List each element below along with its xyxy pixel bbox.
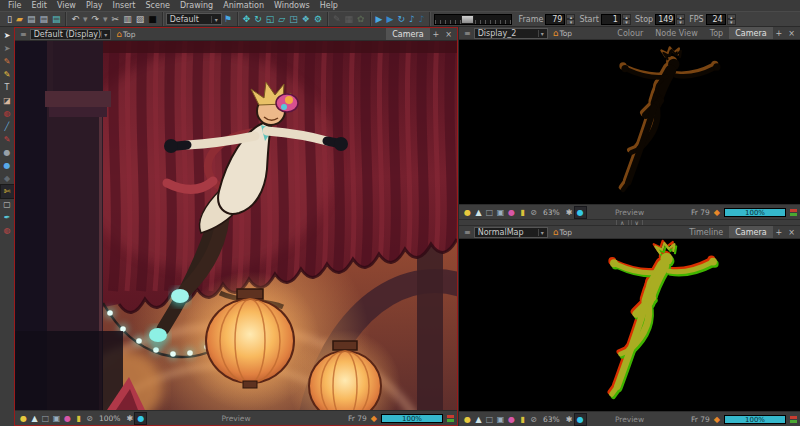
current-drawing-icon[interactable]: ▲ [473, 414, 484, 425]
home-icon[interactable]: ⌂ [553, 28, 559, 38]
camera-mask-icon[interactable]: ▣ [495, 414, 506, 425]
light-table-icon[interactable]: ● [462, 414, 473, 425]
view-menu-icon[interactable]: ≡ [17, 30, 30, 39]
field-spinner[interactable]: ▴▾ [622, 14, 631, 25]
add-view-icon[interactable]: + [773, 228, 786, 237]
onion-skin-button[interactable]: ✿ [355, 12, 367, 26]
menu-item[interactable]: Scene [141, 1, 175, 10]
settings-icon[interactable]: ✱ [564, 207, 575, 218]
settings-icon[interactable]: ✱ [124, 413, 135, 424]
field-spinner[interactable]: ▴▾ [727, 14, 736, 25]
render-preview-icon[interactable]: ● [575, 414, 586, 425]
normalmap-render-stage[interactable] [459, 239, 800, 411]
current-drawing-icon[interactable]: ▲ [473, 207, 484, 218]
eraser-tool[interactable]: ◪ [1, 94, 14, 107]
menu-item[interactable]: Windows [269, 1, 315, 10]
safe-area-icon[interactable]: ▮ [73, 413, 84, 424]
tab-camera[interactable]: Camera [386, 28, 429, 40]
menu-item[interactable]: File [3, 1, 26, 10]
grid-tool-button[interactable]: ▦ [343, 12, 356, 26]
home-icon[interactable]: ⌂ [553, 227, 559, 237]
colour-card-icon[interactable]: ● [506, 207, 517, 218]
add-view-icon[interactable]: + [773, 29, 786, 38]
field-spinner[interactable]: ▴▾ [676, 14, 685, 25]
cutter-tool[interactable]: ✄ [1, 185, 14, 198]
stroke-tool[interactable]: ✎ [1, 133, 14, 146]
zoom-level[interactable]: 63% [543, 415, 560, 424]
chevron-down-icon[interactable]: ▾ [538, 229, 544, 236]
paint-tool[interactable]: ◍ [1, 107, 14, 120]
shadow-render-stage[interactable] [459, 40, 800, 204]
colour-card-icon[interactable]: ● [506, 414, 517, 425]
new-scene-button[interactable]: ▯ [5, 12, 14, 26]
outline-mode-icon[interactable]: □ [484, 414, 495, 425]
transform-tool-button[interactable]: ◳ [287, 12, 300, 26]
open-button[interactable]: ▰ [14, 12, 25, 26]
undo-menu-caret[interactable]: ▾ [81, 12, 90, 26]
colour-card-icon[interactable]: ● [62, 413, 73, 424]
play-button[interactable]: ▶ [374, 12, 385, 26]
sound-scrub-button[interactable]: ♪ [417, 12, 427, 26]
transform-tool[interactable]: ➤ [1, 42, 14, 55]
field-spinner[interactable]: ▴▾ [566, 14, 575, 25]
menu-item[interactable]: View [52, 1, 81, 10]
render-preview-icon[interactable]: ● [135, 413, 146, 424]
settings-icon[interactable]: ✱ [564, 414, 575, 425]
zoom-level[interactable]: 100% [99, 414, 120, 423]
marquee-select-tool[interactable]: ▢ [1, 198, 14, 211]
timeline-scrub-slider[interactable] [434, 14, 512, 25]
outline-mode-icon[interactable]: □ [40, 413, 51, 424]
feather-tool[interactable]: ✒ [1, 211, 14, 224]
close-view-icon[interactable]: × [785, 228, 798, 237]
close-view-icon[interactable]: × [442, 30, 455, 39]
light-table-icon[interactable]: ● [18, 413, 29, 424]
safe-area-icon[interactable]: ▮ [517, 414, 528, 425]
menu-item[interactable]: Insert [108, 1, 141, 10]
camera-stage[interactable] [15, 41, 457, 410]
camera-mask-icon[interactable]: ▣ [51, 413, 62, 424]
scrub-handle[interactable] [461, 15, 474, 24]
view-menu-icon[interactable]: ≡ [461, 228, 474, 237]
home-icon[interactable]: ⌂ [116, 29, 122, 39]
dropper-tool[interactable]: ● [1, 159, 14, 172]
chevron-down-icon[interactable]: ▾ [211, 16, 218, 23]
sound-button[interactable]: ♪ [407, 12, 417, 26]
copy-button[interactable]: ▥ [121, 12, 134, 26]
stamp-tool[interactable]: ◆ [1, 172, 14, 185]
pencil-tool[interactable]: ✎ [1, 68, 14, 81]
chevron-down-icon[interactable]: ▾ [101, 31, 107, 38]
redo-menu-caret[interactable]: ▾ [101, 12, 110, 26]
line-tool[interactable]: ╱ [1, 120, 14, 133]
menu-item[interactable]: Drawing [175, 1, 218, 10]
cut-button[interactable]: ✂ [110, 12, 122, 26]
display-select[interactable]: NormalMap ▾ [474, 227, 548, 238]
current-drawing-icon[interactable]: ▲ [29, 413, 40, 424]
zoom-level[interactable]: 63% [543, 208, 560, 217]
pivot-tool-button[interactable]: ⚙ [312, 12, 324, 26]
no-preview-icon[interactable]: ⊘ [84, 413, 95, 424]
deform-tool-button[interactable]: ✎ [331, 12, 343, 26]
splitter-up-icon[interactable]: ∧ [616, 220, 628, 225]
reposition-tool-button[interactable]: ❖ [300, 12, 312, 26]
menu-item[interactable]: Help [315, 1, 343, 10]
scale-tool-button[interactable]: ◱ [264, 12, 277, 26]
close-view-icon[interactable]: × [785, 29, 798, 38]
colour-swatch[interactable]: ■ [146, 12, 159, 26]
translate-tool-button[interactable]: ✥ [241, 12, 253, 26]
outline-mode-icon[interactable]: □ [484, 207, 495, 218]
undo-button[interactable]: ↶ [69, 12, 81, 26]
repaint-tool[interactable]: ◍ [1, 224, 14, 237]
refresh-icon[interactable]: ◆ [371, 414, 377, 423]
field-value[interactable]: 24 [706, 14, 726, 25]
splitter-down-icon[interactable]: ∨ [631, 220, 643, 225]
field-value[interactable]: 1 [601, 14, 621, 25]
view-splitter[interactable]: ∧ ∨ [459, 219, 800, 226]
menu-item[interactable]: Play [81, 1, 108, 10]
render-preview-icon[interactable]: ● [575, 207, 586, 218]
chevron-down-icon[interactable]: ▾ [538, 30, 544, 37]
display-select[interactable]: Display_2 ▾ [474, 28, 548, 39]
ellipse-tool[interactable]: ● [1, 146, 14, 159]
skew-tool-button[interactable]: ▱ [276, 12, 287, 26]
field-value[interactable]: 149 [655, 14, 675, 25]
save-button[interactable]: ▤ [25, 12, 38, 26]
